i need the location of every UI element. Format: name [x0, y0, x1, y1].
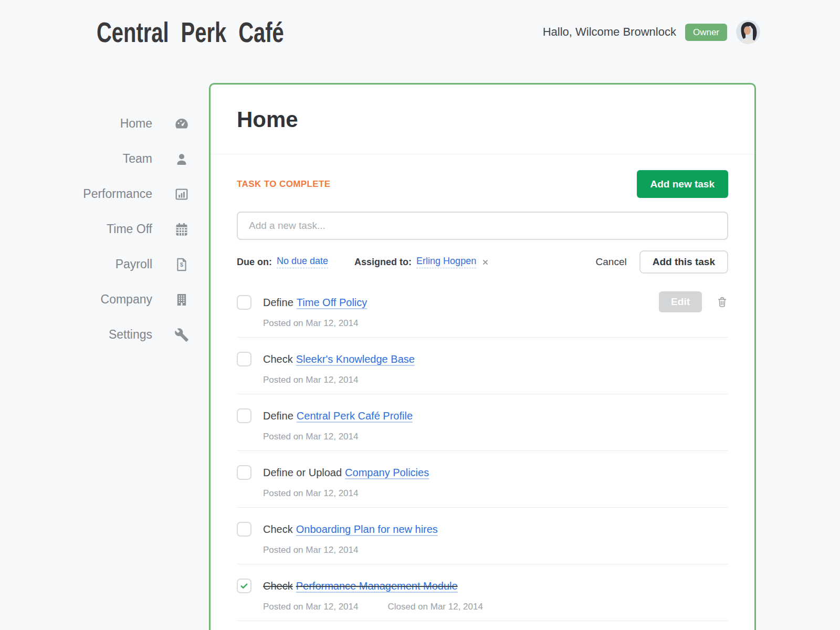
delete-task-icon[interactable]	[716, 296, 728, 309]
task-closed-date: Closed on Mar 12, 2014	[387, 602, 482, 612]
task-link[interactable]: Sleekr's Knowledge Base	[296, 353, 415, 365]
edit-task-button[interactable]: Edit	[659, 291, 702, 312]
header-user-area: Hallo, Wilcome Brownlock Owner	[543, 20, 760, 44]
user-avatar[interactable]	[736, 20, 760, 44]
add-new-task-button[interactable]: Add new task	[637, 170, 728, 198]
task-prefix: Check	[263, 353, 293, 365]
task-checkbox[interactable]	[237, 522, 251, 537]
sidebar-item-company[interactable]: Company	[0, 282, 209, 317]
calendar-icon	[174, 222, 189, 237]
wrench-icon	[174, 328, 189, 342]
task-link[interactable]: Company Policies	[345, 467, 429, 478]
task-link[interactable]: Performance Management Module	[296, 580, 458, 592]
person-icon	[174, 152, 189, 166]
task-row: DefineTime Off Policy Posted on Mar 12, …	[237, 281, 728, 338]
sidebar-item-label: Performance	[83, 187, 152, 201]
task-checkbox[interactable]	[237, 465, 251, 480]
assignee-link[interactable]: Erling Hogpen	[416, 256, 476, 268]
sidebar-item-team[interactable]: Team	[0, 141, 209, 176]
task-posted-date: Posted on Mar 12, 2014	[263, 318, 728, 329]
sidebar-item-label: Home	[120, 117, 152, 131]
bar-chart-icon	[174, 187, 189, 202]
task-checkbox[interactable]	[237, 352, 251, 366]
main-panel: Home TASK TO COMPLETE Add new task Due o…	[209, 83, 756, 630]
task-link[interactable]: Time Off Policy	[297, 297, 367, 308]
section-heading: TASK TO COMPLETE	[237, 179, 331, 190]
task-posted-date: Posted on Mar 12, 2014	[263, 545, 728, 555]
due-on-label: Due on:	[237, 257, 272, 268]
task-checkbox[interactable]	[237, 408, 251, 423]
task-posted-date: Posted on Mar 12, 2014	[263, 602, 358, 612]
add-this-task-button[interactable]: Add this task	[639, 250, 728, 274]
task-link[interactable]: Onboarding Plan for new hires	[296, 523, 438, 535]
sidebar-item-label: Payroll	[116, 257, 152, 271]
payroll-document-icon: $	[174, 257, 189, 272]
gauge-icon	[174, 117, 189, 131]
task-row: Define or UploadCompany Policies Posted …	[237, 451, 728, 508]
task-title: DefineTime Off Policy	[263, 297, 367, 309]
task-row: CheckOnboarding Plan for new hires Poste…	[237, 508, 728, 564]
task-posted-date: Posted on Mar 12, 2014	[263, 488, 728, 499]
task-row: DefineCentral Perk Café Profile Posted o…	[237, 394, 728, 451]
user-greeting: Hallo, Wilcome Brownlock	[543, 25, 676, 39]
sidebar-item-payroll[interactable]: Payroll $	[0, 247, 209, 282]
task-prefix: Define or Upload	[263, 467, 342, 478]
task-list: DefineTime Off Policy Posted on Mar 12, …	[237, 281, 728, 621]
sidebar-item-label: Time Off	[107, 222, 152, 236]
role-badge: Owner	[685, 24, 727, 41]
new-task-input[interactable]	[237, 212, 728, 240]
sidebar-item-home[interactable]: Home	[0, 106, 209, 141]
sidebar: Home Team Performance Time Off Payroll $…	[0, 106, 209, 352]
app-logo: Central Perk Café	[97, 16, 284, 48]
task-posted-date: Posted on Mar 12, 2014	[263, 432, 728, 442]
svg-text:$: $	[180, 261, 183, 268]
task-title: CheckSleekr's Knowledge Base	[263, 353, 415, 365]
sidebar-item-label: Company	[101, 292, 152, 307]
remove-assignee-icon[interactable]	[482, 259, 489, 266]
assigned-to-label: Assigned to:	[354, 257, 412, 268]
task-title: DefineCentral Perk Café Profile	[263, 410, 413, 422]
sidebar-item-label: Settings	[109, 328, 152, 342]
page-title: Home	[237, 108, 728, 132]
task-link[interactable]: Central Perk Café Profile	[297, 410, 413, 422]
new-task-meta-row: Due on: No due date Assigned to: Erling …	[237, 250, 728, 274]
task-checkbox[interactable]	[237, 295, 251, 310]
task-row: CheckSleekr's Knowledge Base Posted on M…	[237, 338, 728, 394]
task-title: Define or UploadCompany Policies	[263, 467, 429, 479]
building-icon	[174, 292, 189, 307]
task-prefix: Define	[263, 410, 293, 422]
sidebar-item-settings[interactable]: Settings	[0, 317, 209, 352]
task-title: CheckOnboarding Plan for new hires	[263, 523, 438, 536]
task-checkbox[interactable]	[237, 579, 251, 593]
task-title: CheckPerformance Management Module	[263, 580, 458, 592]
due-date-link[interactable]: No due date	[277, 256, 328, 268]
task-prefix: Check	[263, 580, 293, 592]
sidebar-item-label: Team	[123, 152, 152, 166]
task-prefix: Define	[263, 297, 293, 308]
task-dates: Posted on Mar 12, 2014Closed on Mar 12, …	[263, 602, 728, 612]
header-divider	[211, 154, 754, 154]
task-posted-date: Posted on Mar 12, 2014	[263, 375, 728, 385]
sidebar-item-performance[interactable]: Performance	[0, 176, 209, 212]
task-row: CheckPerformance Management Module Poste…	[237, 564, 728, 621]
sidebar-item-time-off[interactable]: Time Off	[0, 212, 209, 247]
cancel-button[interactable]: Cancel	[596, 256, 627, 268]
task-prefix: Check	[263, 523, 293, 535]
